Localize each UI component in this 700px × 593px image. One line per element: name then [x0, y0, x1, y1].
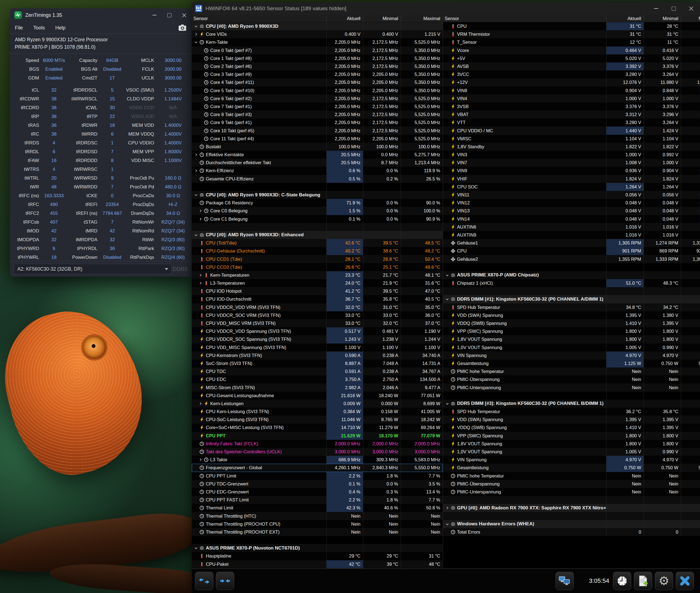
menu-file[interactable]: File — [15, 25, 23, 31]
sensor-row[interactable]: VDD (SWA) Spannung1.395 V1.380 V1.410 V — [443, 311, 700, 319]
maximize-button[interactable] — [665, 2, 683, 15]
chevron-right-icon[interactable] — [193, 169, 199, 172]
chevron-right-icon[interactable] — [198, 217, 203, 221]
sensor-row[interactable]: Chipsatz 1 (xHCI)51.0 °C48.3 °C63.7 °C — [443, 279, 700, 287]
sensor-row[interactable]: CPU-Gehäuse (Durchschnitt)40.2 °C38.6 °C… — [192, 247, 443, 255]
sensor-row[interactable]: PMIC hohe TemperaturNeinNeinNein — [443, 367, 700, 375]
sensor-row[interactable]: Bustakt100.0 MHz100.0 MHz100.0 MHz — [192, 143, 443, 151]
sensor-row[interactable]: Core 5 Takt (perf #10)2,205.0 MHz2,205.0… — [192, 87, 443, 94]
sensor-section-row[interactable]: CPU [#0]: AMD Ryzen 9 9900X3D: C-State B… — [192, 191, 443, 199]
chevron-right-icon[interactable] — [193, 33, 199, 36]
screenshot-camera-icon[interactable] — [178, 24, 187, 31]
collapse-columns-button[interactable] — [216, 572, 234, 590]
sensor-row[interactable]: CPU VDDCR_VDD VRM (SVI3 TFN)32.0 °C31.0 … — [192, 303, 443, 311]
sensor-row[interactable]: CPU PPT Limit2.2 %1.8 %7.7 % — [192, 472, 443, 480]
sensor-row[interactable]: CPU-Kernstrom (SVI3 TFN)0.590 A0.238 A34… — [192, 352, 443, 359]
chevron-right-icon[interactable] — [198, 458, 203, 462]
zentimings-titlebar[interactable]: ZenTimings 1.35 — [10, 8, 192, 22]
sensor-row[interactable]: Core 11 Takt (perf #4)2,205.0 MHz2,205.0… — [192, 135, 443, 143]
chevron-down-icon[interactable] — [193, 193, 199, 197]
sensor-row[interactable]: Thermal Limit42.3 %40.6 %50.8 % — [192, 504, 443, 512]
chevron-down-icon[interactable] — [193, 25, 199, 28]
sensor-row[interactable]: CPU Kern-Leistung (SVI3 TFN)0.384 W0.158… — [192, 408, 443, 416]
sensor-row[interactable]: 1,0V VOUT Spannung1.005 V0.990 V1.005 V — [443, 344, 700, 352]
sensor-row[interactable]: CPU VDDCR_SOC Spannung (SVI3 TFN)1.243 V… — [192, 335, 443, 343]
close-sensors-button[interactable] — [676, 572, 694, 590]
sensor-row[interactable]: PMIC-ÜberspannungNeinNeinNein — [443, 375, 700, 384]
sensor-row[interactable]: AUXTIN61.016 V1.016 V1.016 V — [443, 223, 700, 231]
sensor-row[interactable]: AUXTIN91.016 V1.016 V1.016 V — [443, 231, 700, 239]
sensor-row[interactable]: 1,8V VOUT Spannung1.800 V1.800 V1.815 V — [443, 440, 700, 448]
sensor-row[interactable]: PMIC hohe TemperaturNeinNeinNein — [443, 472, 700, 480]
chevron-down-icon[interactable] — [444, 522, 450, 526]
sensor-row[interactable]: VTT3.280 V3.264 V3.280 V — [443, 119, 700, 126]
sensor-section-row[interactable]: Windows Hardware Errors (WHEA) — [443, 520, 700, 528]
chevron-right-icon[interactable] — [198, 402, 203, 405]
sensor-row[interactable]: CPU-Gesamt-Leistungsaufnahme21.616 W18.2… — [192, 392, 443, 400]
chevron-right-icon[interactable] — [193, 153, 199, 157]
sensor-row[interactable]: VIN120.048 V0.048 V0.048 V — [443, 199, 700, 207]
sensor-row[interactable]: VIN110.056 V0.056 V0.056 V — [443, 191, 700, 199]
sensor-row[interactable]: Gehäuse11,305 RPM1,274 RPM1,333 RPM — [443, 239, 700, 247]
sensor-row[interactable]: L3-Temperaturen24.0 °C21.9 °C31.6 °C — [192, 279, 443, 287]
sensor-row[interactable]: VIN Spannung4.970 V4.970 V5.040 V — [443, 456, 700, 464]
sensor-row[interactable]: CPU-Paket42 °C39 °C48 °C — [192, 560, 443, 568]
sensor-row[interactable]: VIN71.008 V1.000 V1.008 V — [443, 159, 700, 167]
clock-settings-button[interactable] — [613, 572, 631, 590]
sensor-row[interactable]: Core C0 Belegung1.5 %0.0 %100.0 % — [192, 207, 443, 215]
settings-gear-button[interactable]: ⚙ — [655, 572, 673, 590]
minimize-button[interactable] — [147, 8, 162, 22]
sensor-row[interactable]: VHIF1.824 V1.824 V1.824 V — [443, 175, 700, 183]
sensor-row[interactable]: 3VSB3.376 V3.376 V3.392 V — [443, 103, 700, 111]
remote-monitoring-button[interactable] — [555, 572, 574, 590]
sensor-row[interactable]: Core 2 Takt (perf #6)2,205.0 MHz2,172.5 … — [192, 63, 443, 70]
sensor-section-row[interactable]: GPU [#0]: AMD Radeon RX 7900 XTX: Sapphi… — [443, 504, 700, 512]
sensor-row[interactable]: SPD Hub Temperatur34.8 °C34.2 °C37.2 °C — [443, 303, 700, 311]
sensor-row[interactable]: CPU PPT FAST Limit2.2 %1.8 %7.7 % — [192, 496, 443, 504]
close-button[interactable] — [683, 2, 700, 15]
sensor-section-row[interactable]: ASUS PRIME X870-P (AMD Chipsatz) — [443, 271, 700, 279]
sensor-row[interactable]: PMIC-ÜberspannungNeinNeinNein — [443, 480, 700, 488]
sensor-row[interactable]: SoC-Strom (SVI3 TFN)8.887 A7.048 A14.731… — [192, 359, 443, 367]
sensor-row[interactable]: MISC-Strom (SVI3 TFN)2.982 A2.046 A9.477… — [192, 384, 443, 391]
sensor-row[interactable]: VMISC1.104 V1.104 V1.136 V — [443, 135, 700, 143]
sensor-row[interactable]: Core C1 Belegung0.1 %0.0 %90.9 % — [192, 215, 443, 223]
sensor-row[interactable]: CPU CCD1 (Tdie)28.1 °C26.8 °C50.4 °C — [192, 255, 443, 263]
sensor-row[interactable]: PMIC-UnterspannungNeinNeinNein — [443, 488, 700, 496]
sensor-row[interactable]: VIN130.048 V0.048 V0.048 V — [443, 207, 700, 215]
sensor-row[interactable]: Thermal Throttling (HTC)NeinNeinNein — [192, 512, 443, 520]
sensor-row[interactable]: VDD (SWA) Spannung1.395 V1.395 V1.410 V — [443, 416, 700, 424]
sensor-row[interactable]: VIN Spannung4.970 V4.970 V5.040 V — [443, 352, 700, 359]
sensor-row[interactable]: VBAT3.312 V3.296 V3.312 V — [443, 111, 700, 119]
sensor-row[interactable]: Core 7 Takt (perf #1)2,205.0 MHz2,172.5 … — [192, 103, 443, 111]
sensor-row[interactable]: Core 1 Takt (perf #8)2,205.0 MHz2,172.5 … — [192, 54, 443, 63]
sensor-row[interactable]: CPU (Tctl/Tdie)42.6 °C39.5 °C48.5 °C — [192, 239, 443, 247]
sensor-row[interactable]: Core 0 Takt (perf #7)2,205.0 MHz2,172.5 … — [192, 46, 443, 54]
sensor-row[interactable]: Core 8 Takt (perf #3)2,205.0 MHz2,172.5 … — [192, 111, 443, 119]
sensor-row[interactable]: T_Sensor12 °C11 °C12 °C — [443, 38, 700, 46]
sensor-row[interactable]: Kern-Takte2,205.0 MHz2,172.5 MHz5,525.0 … — [192, 38, 443, 46]
sensor-row[interactable]: Gehäuse21,355 RPM1,333 RPM1,398 RPM — [443, 255, 700, 263]
sensor-row[interactable]: VRM Thermistor31 °C31 °C34 °C — [443, 30, 700, 38]
sensor-row[interactable]: Thermal Throttling (PROCHOT EXT)NeinNein… — [192, 528, 443, 536]
swap-columns-button[interactable] — [195, 572, 213, 590]
sensor-row[interactable]: VIN80.904 V0.848 V0.904 V — [443, 87, 700, 94]
sensor-section-row[interactable]: DDR5 DIMM [#3]: Kingston KF560C30-32 (P0… — [443, 400, 700, 408]
sensor-row[interactable]: PMIC-UnterspannungNeinNeinNein — [443, 384, 700, 391]
sensor-section-row[interactable]: ASUS PRIME X870-P (Nuvoton NCT6701D) — [192, 544, 443, 552]
sensor-row[interactable]: CPU VDD_MISC VRM (SVI3 TFN)33.0 °C32.0 °… — [192, 319, 443, 327]
minimize-button[interactable] — [647, 2, 665, 15]
sensor-row[interactable]: CPU EDC-Grenzwert0.4 %0.3 %13.4 % — [192, 488, 443, 496]
sensor-row[interactable]: 1,8V VOUT Spannung1.800 V1.800 V1.815 V — [443, 335, 700, 343]
menu-tools[interactable]: Tools — [33, 25, 45, 31]
sensor-row[interactable]: Kern-Leistungen0.009 W0.000 W8.699 W — [192, 400, 443, 408]
close-button[interactable] — [177, 8, 192, 22]
sensor-row[interactable]: VIN140.048 V0.048 V0.048 V — [443, 215, 700, 223]
sensor-row[interactable]: Vcore0.464 V0.416 V1.224 V — [443, 46, 700, 54]
sensor-row[interactable]: VDDQ (SWB) Spannung1.410 V1.395 V1.410 V — [443, 319, 700, 327]
sensor-row[interactable]: SPD Hub Temperatur36.2 °C35.8 °C38.8 °C — [443, 408, 700, 416]
hwinfo-titlebar[interactable]: HWiNFO® 64 v8.21-5650 Sensor Status [189… — [192, 2, 700, 15]
sensor-row[interactable]: Gesamtleistung1.125 W0.750 W5.750 W — [443, 359, 700, 367]
sensor-row[interactable]: L3 Takte686.9 MHz309.3 MHz5,583.0 MHz — [192, 456, 443, 464]
sensor-row[interactable]: CPU IOD-Durchschnitt36.7 °C35.8 °C40.5 °… — [192, 295, 443, 303]
